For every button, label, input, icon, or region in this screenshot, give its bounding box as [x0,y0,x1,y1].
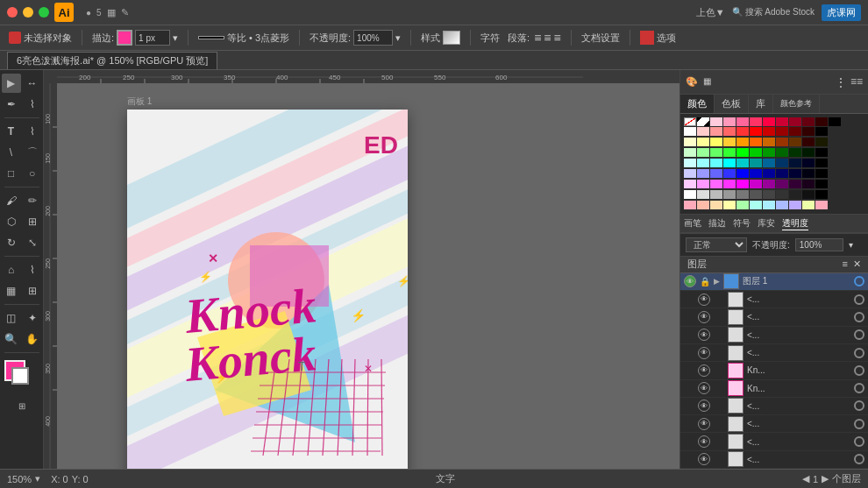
c-57[interactable] [723,180,736,188]
c-gray-5[interactable] [750,190,762,199]
color-swatch-0-4[interactable] [736,117,749,126]
shape-builder-tool[interactable]: ⬡ [2,212,21,231]
c-7[interactable] [789,127,801,136]
layer-item-8[interactable]: 👁 <... [680,415,868,433]
c-31[interactable] [815,148,828,157]
c-p10[interactable] [815,201,828,209]
c-18[interactable] [789,138,801,146]
c-56[interactable] [710,180,722,188]
c-gray-3[interactable] [723,190,736,199]
c-9[interactable] [815,127,828,136]
layer-eye-2[interactable]: 👁 [698,311,710,323]
c-17[interactable] [776,138,788,146]
rect-tool[interactable]: □ [2,164,21,183]
c-27[interactable] [763,148,775,157]
c-53[interactable] [815,169,828,178]
c-51[interactable] [789,169,801,178]
c-62[interactable] [789,180,801,188]
pattern-swatch[interactable] [697,117,709,126]
doc-tab-name[interactable]: 6亮色泼溅海报.ai* @ 150% [RGB/GPU 预览] [7,52,217,69]
paintbrush-tool[interactable]: 🖌 [2,191,21,210]
c-gray-9[interactable] [802,190,815,199]
c-46[interactable] [723,169,736,178]
column-graph-tool[interactable]: ▦ [2,281,21,301]
c-gray-8[interactable] [789,190,801,199]
c-37[interactable] [750,159,762,167]
layer-eye-9[interactable]: 👁 [698,435,710,448]
c-61[interactable] [776,180,788,188]
c-50[interactable] [776,169,788,178]
c-3[interactable] [736,127,749,136]
c-6[interactable] [776,127,788,136]
color-swatch-0-7[interactable] [776,117,788,126]
layer-eye-1[interactable]: 👁 [698,294,710,306]
warp-tool[interactable]: ⌂ [2,260,21,279]
c-gray-10[interactable] [815,190,828,199]
c-34[interactable] [710,159,722,167]
c-gray-7[interactable] [776,190,788,199]
c-p2[interactable] [710,201,722,209]
c-gray-6[interactable] [763,190,775,199]
area-type-tool[interactable]: ⌇ [23,122,42,141]
align-center-icon[interactable]: ≡ [544,31,551,45]
c-p5[interactable] [750,201,762,209]
libraryan-tab[interactable]: 库安 [758,217,775,230]
c-24[interactable] [723,148,736,157]
c-52[interactable] [802,169,815,178]
c-30[interactable] [802,148,815,157]
c-gray-1[interactable] [697,190,709,199]
transparency-tab[interactable]: 透明度 [782,217,808,230]
canvas-area[interactable]: 200 250 300 350 400 450 500 550 600 [44,70,679,469]
layer-eye-6[interactable]: 👁 [698,382,710,394]
c-36[interactable] [736,159,749,167]
panel-options-icon[interactable]: ≡≡ [850,75,863,89]
c-gray-0[interactable] [684,190,696,199]
c-49[interactable] [763,169,775,178]
c-35[interactable] [723,159,736,167]
c-12[interactable] [710,138,722,146]
c-14[interactable] [736,138,749,146]
c-10[interactable] [684,138,696,146]
swatch-icon[interactable]: ▦ [703,76,711,88]
hand-tool[interactable]: ✋ [23,329,42,349]
c-55[interactable] [697,180,709,188]
scale-tool[interactable]: ⤡ [23,233,42,252]
layer-item-6[interactable]: 👁 Kn... [680,380,868,398]
layer-lock-0[interactable]: 🔒 [700,277,710,286]
color-swatch-0-2[interactable] [710,117,722,126]
doc-settings-label[interactable]: 文档设置 [581,32,620,45]
select-tool[interactable]: ▶ [2,74,21,93]
path-tool[interactable]: ⌇ [23,95,42,114]
layer-item-2[interactable]: 👁 <... [680,308,868,326]
c-gray-4[interactable] [736,190,749,199]
layers-menu-icon[interactable]: ≡ [843,258,848,270]
tab-library[interactable]: 库 [749,95,773,113]
c-p4[interactable] [736,201,749,209]
c-gray-2[interactable] [710,190,722,199]
c-p8[interactable] [789,201,801,209]
live-paint-tool[interactable]: ⊞ [23,212,42,231]
arc-tool[interactable]: ⌒ [23,143,42,162]
align-right-icon[interactable]: ≡ [554,31,561,45]
artboard-next-icon[interactable]: ▶ [822,473,829,484]
c-54[interactable] [684,180,696,188]
color-swatch-0-6[interactable] [763,117,775,126]
c-16[interactable] [763,138,775,146]
options-icon[interactable] [640,31,654,45]
c-p3[interactable] [723,201,736,209]
c-48[interactable] [750,169,762,178]
minimize-button[interactable] [23,7,33,18]
color-swatch-0-8[interactable] [789,117,801,126]
layer-eye-5[interactable]: 👁 [698,364,710,377]
options-label[interactable]: 选项 [657,32,676,45]
search-stock-label[interactable]: 🔍 搜索 Adobe Stock [732,6,815,18]
layer-item-0[interactable]: 👁 🔒 ▶ 图层 1 [680,273,868,291]
c-63[interactable] [802,180,815,188]
layer-item-5[interactable]: 👁 Kn... [680,362,868,379]
pencil-tool[interactable]: ✏ [23,191,42,210]
no-color-swatch[interactable] [684,117,696,126]
layer-item-9[interactable]: 👁 <... [680,433,868,450]
color-icon[interactable]: 🎨 [686,76,698,88]
stroke-color-swatch[interactable] [117,30,132,46]
layer-eye-0[interactable]: 👁 [684,275,696,287]
